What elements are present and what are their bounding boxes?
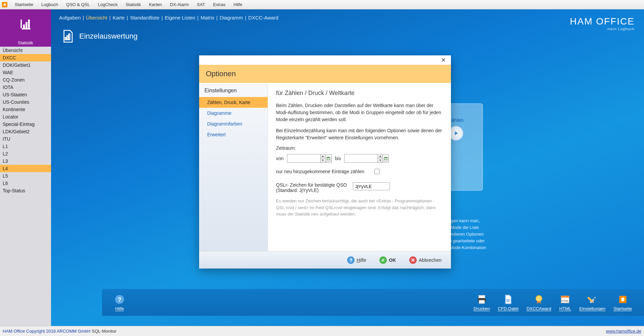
von-spinner[interactable]: ▲▼ — [321, 154, 326, 163]
menu-item-dx-alarm[interactable]: DX-Alarm — [166, 2, 193, 7]
dialog-side-header: Einstellungen — [199, 83, 268, 97]
website-link[interactable]: www.hamoffice.de — [606, 329, 641, 334]
qsl-label2: (Standard: JjYyVLE) — [276, 188, 347, 193]
qsl-input[interactable] — [353, 182, 390, 190]
sidebar-item-special-eintrag[interactable]: Special-Eintrag — [0, 121, 51, 128]
svg-text:?: ? — [118, 296, 121, 303]
subnav-item-diagramm[interactable]: Diagramm — [220, 15, 243, 20]
brand-subtitle: .mein Logbuch — [570, 27, 635, 31]
sql-monitor-label: SQL-Monitor — [92, 329, 117, 334]
menu-item-startseite[interactable]: Startseite — [11, 2, 37, 7]
bis-calendar-icon[interactable] — [383, 154, 389, 162]
sidebar-item-l6[interactable]: L6 — [0, 180, 51, 187]
von-input[interactable] — [287, 154, 321, 163]
svg-rect-15 — [384, 157, 387, 158]
brand-title: HAM OFFICE — [570, 16, 635, 27]
menu-item-statistik[interactable]: Statistik — [122, 2, 145, 7]
sidebar-item-l5[interactable]: L5 — [0, 172, 51, 180]
menu-item-sat[interactable]: SAT — [193, 2, 209, 7]
brand: HAM OFFICE .mein Logbuch — [570, 16, 635, 31]
sidebar-item-dok-gebiet1[interactable]: DOK/Gebiet1 — [0, 61, 51, 69]
sidebar-item-top-status[interactable]: Top-Status — [0, 187, 51, 194]
statistik-tile[interactable] — [0, 9, 51, 40]
help-button[interactable]: ? Hilfe — [114, 294, 125, 311]
bis-input[interactable] — [344, 154, 378, 163]
svg-rect-5 — [506, 299, 510, 300]
dialog-ok-label: OK — [389, 257, 396, 263]
hint-text: ngen kann man,l/Mode die Listeweiteren O… — [448, 218, 486, 251]
subnav-item-aufgaben[interactable]: Aufgaben — [59, 15, 81, 20]
dialog-main-title: für Zählen / Druck / Weltkarte — [276, 90, 443, 97]
dialog-footer: ? Hilfe ✓ OK ✕ Abbrechen — [199, 251, 451, 269]
subnav-item-karte[interactable]: Karte — [112, 15, 125, 20]
sidebar-item-l3[interactable]: L3 — [0, 157, 51, 165]
menu-item-logcheck[interactable]: LogCheck — [94, 2, 122, 7]
menu-item-qso-qsl[interactable]: QSO & QSL — [62, 2, 94, 7]
close-icon[interactable]: ✕ — [439, 56, 448, 64]
sidebar-item-itu[interactable]: ITU — [0, 135, 51, 143]
svg-point-7 — [536, 295, 542, 302]
sidebar-item-l4[interactable]: L4 — [0, 165, 51, 172]
sub-nav: Aufgaben|Übersicht|Karte|Standardliste|E… — [51, 9, 644, 23]
dialog-body: Einstellungen Zählen, Druck, KarteDiagra… — [199, 83, 451, 251]
home-icon[interactable] — [2, 2, 7, 7]
subnav-item-dxcc-award[interactable]: DXCC-Award — [248, 15, 278, 20]
toolbar-drucken-button[interactable]: Drucken — [473, 294, 490, 311]
dialog-cancel-button[interactable]: ✕ Abbrechen — [409, 256, 442, 264]
sidebar-item-us-staaten[interactable]: US-Staaten — [0, 91, 51, 98]
sidebar-item--bersicht[interactable]: Übersicht — [0, 47, 51, 54]
copyright-text: HAM Office Copyright 2018 ARCOMM GmbH — [3, 329, 90, 334]
toolbar-html-button[interactable]: HTMLHTML — [559, 294, 571, 311]
dialog-header: Optionen — [199, 65, 451, 83]
toolbar-cfd-button[interactable]: CFD-Datei — [498, 294, 518, 311]
toolbar-start-button[interactable]: Startseite — [613, 294, 632, 311]
bis-spinner[interactable]: ▲▼ — [378, 154, 383, 163]
svg-rect-2 — [478, 295, 485, 298]
sidebar-item-l1[interactable]: L1 — [0, 143, 51, 150]
dialog-tab-diagramme[interactable]: Diagramme — [199, 108, 268, 118]
toolbar-dxcc-button[interactable]: DXCCAward — [526, 294, 551, 311]
help-circle-icon: ? — [347, 256, 355, 264]
sidebar-item-cq-zonen[interactable]: CQ-Zonen — [0, 76, 51, 84]
subnav-item-matrix[interactable]: Matrix — [200, 15, 214, 20]
subnav-item--bersicht[interactable]: Übersicht — [86, 15, 107, 20]
dialog-help-button[interactable]: ? Hilfe — [347, 256, 366, 264]
sidebar-item-kontinente[interactable]: Kontinente — [0, 106, 51, 113]
dialog-tab-z-hlen-druck-karte[interactable]: Zählen, Druck, Karte — [199, 97, 268, 108]
sidebar-item-dxcc[interactable]: DXCC — [0, 54, 51, 61]
nur-neu-checkbox[interactable] — [374, 169, 380, 174]
statistik-label: Statistik — [0, 40, 51, 47]
ok-circle-icon: ✓ — [379, 256, 387, 264]
dialog-para1: Beim Zählen, Drucken oder Darstellen auf… — [276, 102, 443, 123]
status-bar: HAM Office Copyright 2018 ARCOMM GmbH SQ… — [0, 326, 644, 336]
cancel-circle-icon: ✕ — [409, 256, 417, 264]
dialog-tab-diagrammfarben[interactable]: Diagrammfarben — [199, 118, 268, 129]
menu-item-logbuch[interactable]: Logbuch — [37, 2, 62, 7]
svg-rect-13 — [327, 157, 330, 158]
qsl-label1: QSLr- Zeichen für bestätigte QSO — [276, 182, 347, 188]
dialog-main: für Zählen / Druck / Weltkarte Beim Zähl… — [268, 83, 451, 251]
subnav-item-eigene-listen[interactable]: Eigene Listen — [165, 15, 195, 20]
options-dialog: ✕ Optionen Einstellungen Zählen, Druck, … — [199, 55, 451, 269]
date-range-row: von ▲▼ bis ▲▼ — [276, 154, 443, 163]
dialog-help-label: Hilfe — [357, 257, 366, 263]
menu-item-hilfe[interactable]: Hilfe — [230, 2, 246, 7]
sidebar-item-ldk-gebiet2[interactable]: LDK/Gebiet2 — [0, 128, 51, 135]
toolbar-settings-button[interactable]: Einstellungen — [579, 294, 605, 311]
bottom-toolbar: ? Hilfe DruckenCFD-DateiDXCCAwardHTMLHTM… — [102, 289, 644, 316]
sidebar-item-wae[interactable]: WAE — [0, 69, 51, 76]
von-calendar-icon[interactable] — [326, 154, 332, 162]
dialog-tab-erweitert[interactable]: Erweitert — [199, 129, 268, 140]
checkbox-row: nur neu hinzugekommene Einträge zählen — [276, 169, 443, 174]
sidebar-item-locator[interactable]: Locator — [0, 113, 51, 121]
left-column: Statistik ÜbersichtDXCCDOK/Gebiet1WAECQ-… — [0, 9, 51, 326]
dialog-ok-button[interactable]: ✓ OK — [379, 256, 396, 264]
sidebar-item-iota[interactable]: IOTA — [0, 84, 51, 91]
menu-item-extras[interactable]: Extras — [209, 2, 230, 7]
subnav-item-standardliste[interactable]: Standardliste — [130, 15, 159, 20]
sidebar-item-l2[interactable]: L2 — [0, 150, 51, 157]
bis-label: bis — [335, 156, 341, 161]
menu-item-karten[interactable]: Karten — [145, 2, 166, 7]
help-label: Hilfe — [115, 306, 124, 311]
sidebar-item-us-counties[interactable]: US-Counties — [0, 98, 51, 106]
